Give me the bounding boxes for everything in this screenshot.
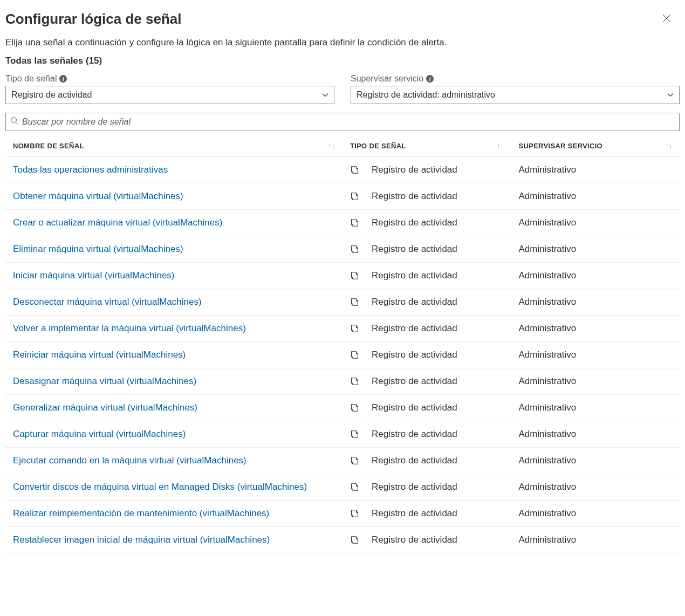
monitor-service-value: Administrativo [511, 316, 680, 342]
table-row: Volver a implementar la máquina virtual … [5, 316, 680, 342]
signal-name-link[interactable]: Volver a implementar la máquina virtual … [13, 323, 246, 333]
signal-type-value: Registro de actividad [372, 297, 457, 307]
info-icon[interactable]: i [426, 75, 434, 83]
column-header-type[interactable]: Tipo de señal ↑↓ [342, 135, 511, 157]
signal-type-value: Registro de actividad [372, 402, 457, 413]
table-row: Todas las operaciones administrativasReg… [5, 157, 680, 183]
signal-type-filter-label: Tipo de señal i [5, 74, 334, 84]
signal-name-link[interactable]: Todas las operaciones administrativas [13, 165, 168, 175]
table-row: Desasignar máquina virtual (virtualMachi… [5, 368, 680, 395]
signal-type-value: Registro de actividad [372, 482, 457, 492]
search-icon [10, 117, 22, 127]
signal-type-value: Registro de actividad [372, 535, 457, 545]
signal-name-link[interactable]: Restablecer imagen inicial de máquina vi… [13, 535, 270, 545]
activity-log-icon [350, 456, 360, 466]
monitor-service-value: Administrativo [511, 368, 680, 395]
info-icon[interactable]: i [59, 75, 67, 83]
signal-type-dropdown[interactable]: Registro de actividad [5, 86, 334, 104]
monitor-service-value: Administrativo [511, 448, 680, 474]
monitor-service-value: Administrativo [511, 263, 680, 289]
signal-name-link[interactable]: Crear o actualizar máquina virtual (virt… [13, 217, 222, 228]
search-field-wrapper[interactable] [5, 113, 680, 131]
monitor-service-value: Administrativo [511, 395, 680, 421]
monitor-service-value: Administrativo [511, 421, 680, 448]
signal-name-link[interactable]: Eliminar máquina virtual (virtualMachine… [13, 244, 183, 254]
activity-log-icon [350, 191, 360, 201]
panel-title: Configurar lógica de señal [5, 11, 182, 28]
signal-name-link[interactable]: Desconectar máquina virtual (virtualMach… [13, 297, 202, 307]
signal-type-dropdown-value: Registro de actividad [11, 90, 92, 100]
svg-point-2 [11, 118, 17, 123]
activity-log-icon [350, 482, 360, 492]
signal-name-link[interactable]: Ejecutar comando en la máquina virtual (… [13, 455, 246, 466]
activity-log-icon [350, 165, 360, 175]
table-row: Obtener máquina virtual (virtualMachines… [5, 183, 680, 210]
monitor-service-filter-label: Supervisar servicio i [351, 74, 680, 84]
sort-icon: ↑↓ [665, 142, 675, 149]
activity-log-icon [350, 535, 360, 545]
chevron-down-icon [667, 92, 674, 98]
column-header-type-text: Tipo de señal [350, 142, 406, 150]
table-row: Crear o actualizar máquina virtual (virt… [5, 210, 680, 236]
table-row: Iniciar máquina virtual (virtualMachines… [5, 263, 680, 289]
monitor-service-value: Administrativo [511, 289, 680, 316]
signal-type-value: Registro de actividad [372, 191, 457, 202]
monitor-service-filter-label-text: Supervisar servicio [351, 74, 423, 84]
signal-type-value: Registro de actividad [372, 165, 457, 175]
column-header-name-text: Nombre de señal [13, 142, 84, 150]
activity-log-icon [350, 244, 360, 254]
column-header-service[interactable]: Supervisar servicio ↑↓ [511, 135, 680, 157]
activity-log-icon [350, 271, 360, 280]
table-row: Ejecutar comando en la máquina virtual (… [5, 448, 680, 474]
signal-name-link[interactable]: Iniciar máquina virtual (virtualMachines… [13, 270, 175, 280]
table-row: Desconectar máquina virtual (virtualMach… [5, 289, 680, 316]
signal-name-link[interactable]: Realizar reimplementación de mantenimien… [13, 508, 269, 518]
activity-log-icon [350, 509, 360, 518]
search-input[interactable] [22, 117, 675, 127]
chevron-down-icon [322, 92, 328, 98]
signal-type-filter-label-text: Tipo de señal [5, 74, 57, 84]
monitor-service-value: Administrativo [511, 474, 680, 501]
activity-log-icon [350, 403, 360, 413]
signal-type-value: Registro de actividad [372, 350, 457, 360]
table-row: Restablecer imagen inicial de máquina vi… [5, 527, 680, 553]
signal-type-value: Registro de actividad [372, 323, 457, 334]
monitor-service-value: Administrativo [511, 342, 680, 368]
close-icon [662, 14, 671, 24]
signal-name-link[interactable]: Reiniciar máquina virtual (virtualMachin… [13, 350, 186, 360]
monitor-service-value: Administrativo [511, 210, 680, 236]
table-row: Convertir discos de máquina virtual en M… [5, 474, 680, 501]
table-row: Capturar máquina virtual (virtualMachine… [5, 421, 680, 448]
monitor-service-value: Administrativo [511, 527, 680, 553]
column-header-name[interactable]: Nombre de señal ↑↓ [5, 135, 342, 157]
table-row: Eliminar máquina virtual (virtualMachine… [5, 236, 680, 263]
signal-count-label: Todas las señales (15) [5, 56, 680, 66]
signals-table: Nombre de señal ↑↓ Tipo de señal ↑↓ Supe… [5, 135, 680, 553]
signal-type-value: Registro de actividad [372, 270, 457, 281]
monitor-service-value: Administrativo [511, 236, 680, 263]
signal-name-link[interactable]: Convertir discos de máquina virtual en M… [13, 482, 307, 492]
table-row: Reiniciar máquina virtual (virtualMachin… [5, 342, 680, 368]
activity-log-icon [350, 324, 360, 333]
table-row: Realizar reimplementación de mantenimien… [5, 501, 680, 527]
monitor-service-value: Administrativo [511, 501, 680, 527]
panel-description: Elija una señal a continuación y configu… [5, 37, 680, 48]
signal-type-value: Registro de actividad [372, 244, 457, 255]
signal-name-link[interactable]: Desasignar máquina virtual (virtualMachi… [13, 376, 196, 386]
signal-name-link[interactable]: Capturar máquina virtual (virtualMachine… [13, 429, 186, 439]
signal-type-value: Registro de actividad [372, 508, 457, 519]
sort-icon: ↑↓ [328, 142, 338, 149]
monitor-service-dropdown[interactable]: Registro de actividad: administrativo [351, 86, 680, 104]
monitor-service-dropdown-value: Registro de actividad: administrativo [357, 90, 495, 100]
activity-log-icon [350, 350, 360, 360]
activity-log-icon [350, 218, 360, 228]
signal-name-link[interactable]: Generalizar máquina virtual (virtualMach… [13, 402, 197, 413]
table-row: Generalizar máquina virtual (virtualMach… [5, 395, 680, 421]
activity-log-icon [350, 297, 360, 307]
close-button[interactable] [659, 11, 674, 28]
activity-log-icon [350, 377, 360, 386]
svg-line-3 [16, 122, 19, 125]
signal-type-value: Registro de actividad [372, 429, 457, 440]
signal-name-link[interactable]: Obtener máquina virtual (virtualMachines… [13, 191, 183, 201]
signal-type-value: Registro de actividad [372, 455, 457, 466]
